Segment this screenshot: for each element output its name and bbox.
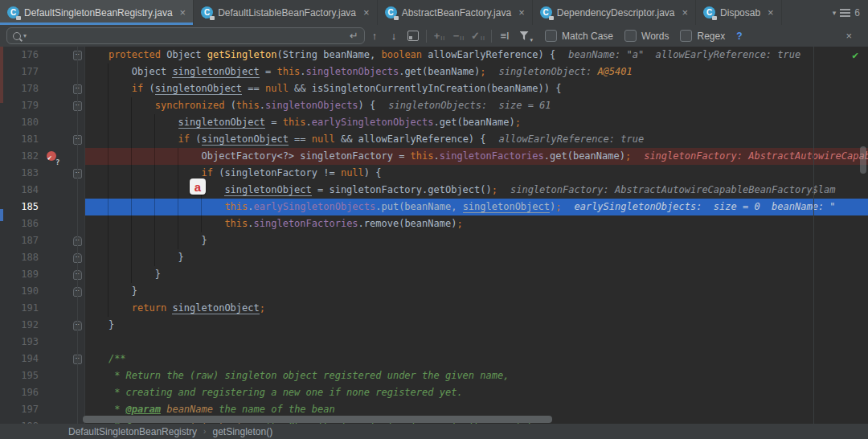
token: ( (143, 83, 154, 94)
line-number: 176 (0, 47, 39, 64)
close-tab-icon[interactable]: × (682, 7, 688, 18)
code-text[interactable]: this.earlySingletonObjects.put(beanName,… (85, 199, 868, 215)
code-line-178[interactable]: 178− if (singletonObject == null && isSi… (0, 80, 868, 97)
code-line-193[interactable]: 193 (0, 334, 868, 351)
code-text[interactable]: if (singletonObject == null && isSinglet… (85, 80, 868, 97)
left-edge-marker-blue (0, 209, 3, 221)
indent-guide (178, 148, 178, 249)
vertical-scrollbar-thumb[interactable] (860, 146, 866, 174)
add-selection-button[interactable]: +II (430, 27, 449, 45)
hidden-tabs-count: 6 (854, 7, 860, 18)
close-tab-icon[interactable]: × (518, 7, 525, 18)
search-input[interactable] (32, 30, 347, 43)
gutter-line-177: 177 (0, 64, 85, 80)
editor-tab[interactable]: CDisposab× (696, 0, 782, 25)
code-line-180[interactable]: 180 singletonObject = this.earlySingleto… (0, 114, 868, 131)
search-options-button[interactable]: ≡I (495, 27, 514, 45)
search-icon[interactable] (13, 32, 21, 40)
editor-tab[interactable]: CAbstractBeanFactory.java× (378, 0, 533, 25)
close-find-bar-button[interactable]: × (845, 30, 852, 42)
code-text[interactable] (85, 334, 868, 351)
code-text[interactable]: /** (85, 351, 868, 367)
token: . (300, 66, 305, 77)
code-line-194[interactable]: 194− /** (0, 351, 868, 367)
gutter-line-195: 195 (0, 367, 85, 384)
code-line-183[interactable]: 183− if (singletonFactory != null) { (0, 165, 868, 182)
code-line-185[interactable]: 185 this.earlySingletonObjects.put(beanN… (0, 199, 868, 215)
code-text[interactable]: } (85, 317, 868, 334)
newline-icon[interactable]: ↵ (350, 30, 358, 42)
code-line-188[interactable]: 188− } (0, 249, 868, 266)
token: * creating and registering a new one if … (108, 387, 463, 398)
code-line-179[interactable]: 179− synchronized (this.singletonObjects… (0, 97, 868, 114)
regex-help-link[interactable]: ? (736, 31, 742, 42)
token: . (434, 150, 440, 162)
words-checkbox[interactable] (624, 30, 637, 42)
code-text[interactable]: } (85, 266, 868, 283)
gutter-line-189: 189− (0, 266, 85, 283)
code-text[interactable]: return singletonObject; (85, 300, 868, 317)
code-text[interactable]: } (85, 232, 868, 249)
breadcrumb-item[interactable]: DefaultSingletonBeanRegistry (68, 426, 197, 437)
code-line-176[interactable]: 176− protected Object getSingleton(Strin… (0, 47, 868, 64)
code-text[interactable]: * creating and registering a new one if … (85, 384, 868, 401)
code-line-192[interactable]: 192− } (0, 317, 868, 334)
match-case-checkbox[interactable] (545, 30, 557, 42)
editor-tab[interactable]: CDependencyDescriptor.java× (533, 0, 696, 25)
words-option[interactable]: Words (624, 30, 669, 42)
code-line-187[interactable]: 187− } (0, 232, 868, 249)
code-text[interactable]: } (85, 249, 868, 266)
close-tab-icon[interactable]: × (768, 7, 774, 18)
code-line-186[interactable]: 186 this.singletonFactories.remove(beanN… (0, 215, 868, 232)
chevron-down-icon: ▾ (833, 9, 837, 17)
code-text[interactable]: } (85, 283, 868, 300)
code-line-182[interactable]: 182✔? ObjectFactory<?> singletonFactory … (0, 148, 868, 165)
close-tab-icon[interactable]: × (180, 7, 186, 18)
code-line-196[interactable]: 196 * creating and registering a new one… (0, 384, 868, 401)
code-text[interactable]: singletonObject = this.earlySingletonObj… (85, 114, 868, 131)
regex-checkbox[interactable] (680, 30, 692, 42)
remove-selection-button[interactable]: −II (449, 27, 469, 45)
token: singletonFactories (254, 218, 358, 229)
search-box[interactable]: ▾ ↵ (6, 27, 365, 44)
tab-label: DefaultListableBeanFactory.java (218, 7, 356, 18)
code-editor[interactable]: 176− protected Object getSingleton(Strin… (0, 47, 868, 424)
token: Object (132, 66, 173, 77)
code-text[interactable]: synchronized (this.singletonObjects) {si… (85, 97, 868, 114)
code-line-177[interactable]: 177 Object singletonObject = this.single… (0, 64, 868, 80)
regex-option[interactable]: Regex (680, 30, 725, 42)
close-tab-icon[interactable]: × (363, 7, 370, 18)
token: null (312, 133, 335, 145)
code-text[interactable]: ObjectFactory<?> singletonFactory = this… (85, 148, 868, 165)
code-text[interactable]: this.singletonFactories.remove(beanName)… (85, 215, 868, 232)
token: .put(beanName, (375, 201, 462, 212)
filter-button[interactable]: ▾ (514, 27, 534, 45)
select-all-occurrences-button[interactable] (403, 27, 423, 45)
token: Object (166, 49, 207, 60)
breadcrumb-item[interactable]: getSingleton() (212, 426, 272, 437)
plus-icon: + (434, 30, 440, 42)
code-text[interactable]: protected Object getSingleton(String bea… (85, 47, 868, 64)
code-line-191[interactable]: 191 return singletonObject; (0, 300, 868, 317)
toggle-selection-button[interactable]: ✓II (469, 27, 488, 45)
horizontal-scrollbar-thumb[interactable] (83, 416, 552, 423)
search-history-chevron-icon[interactable]: ▾ (23, 32, 27, 39)
code-line-190[interactable]: 190− } (0, 283, 868, 300)
editor-tab[interactable]: CDefaultSingletonBeanRegistry.java× (0, 0, 194, 25)
code-text[interactable]: Object singletonObject = this.singletonO… (85, 64, 868, 80)
previous-occurrence-button[interactable]: ↑ (365, 27, 384, 45)
code-line-195[interactable]: 195 * Return the (raw) singleton object … (0, 367, 868, 384)
code-text[interactable]: * Return the (raw) singleton object regi… (85, 367, 868, 384)
code-line-181[interactable]: 181− if (singletonObject == null && allo… (0, 131, 868, 148)
code-text[interactable]: if (singletonObject == null && allowEarl… (85, 131, 868, 148)
next-occurrence-button[interactable]: ↓ (384, 27, 403, 45)
debugger-inline-hint: singletonObject: A@5401 (499, 66, 633, 77)
code-line-189[interactable]: 189− } (0, 266, 868, 283)
match-case-option[interactable]: Match Case (545, 30, 613, 42)
code-line-184[interactable]: 184 singletonObject = singletonFactory.g… (0, 182, 868, 199)
conditional-breakpoint-icon[interactable]: ✔? (47, 151, 63, 162)
editor-tab[interactable]: CDefaultListableBeanFactory.java× (194, 0, 377, 25)
token: ; (625, 150, 631, 162)
token: . (306, 117, 312, 128)
hidden-tabs-control[interactable]: ▾6 (825, 0, 868, 25)
